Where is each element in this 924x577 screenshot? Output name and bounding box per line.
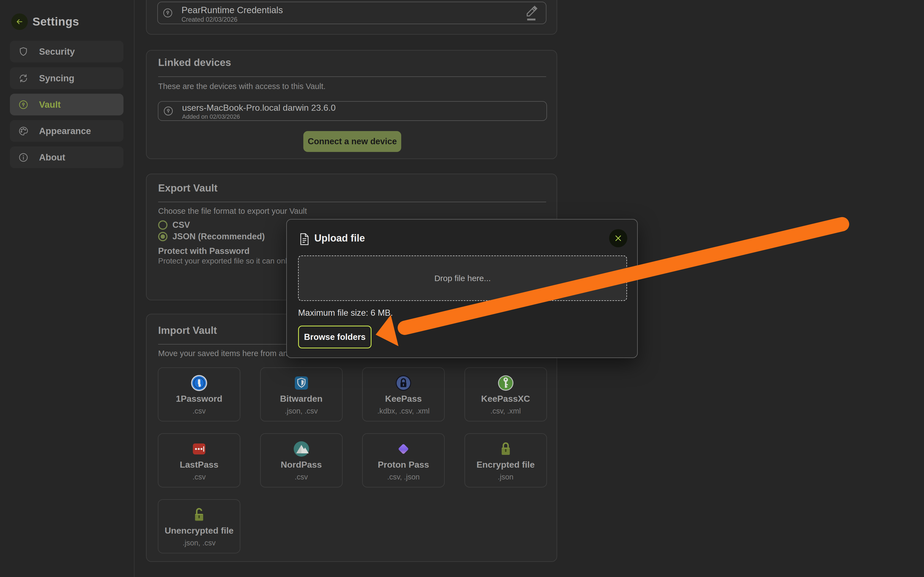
nordpass-icon (261, 440, 342, 458)
shield-icon (18, 47, 29, 57)
export-format-description: Choose the file format to export your Va… (158, 206, 307, 216)
import-tile-unencrypted-file[interactable]: Unencrypted file.json, .csv (158, 499, 240, 553)
tile-name: Proton Pass (363, 460, 444, 470)
protect-with-password-title: Protect with Password (158, 246, 249, 256)
vault-item-created: Created 02/03/2026 (181, 16, 237, 23)
file-icon (299, 233, 310, 246)
tile-formats: .json, .csv (158, 539, 240, 547)
palette-icon (18, 126, 29, 136)
connect-new-device-button[interactable]: Connect a new device (303, 131, 401, 152)
tile-name: LastPass (158, 460, 240, 470)
protonpass-icon (363, 440, 444, 458)
import-tile-bitwarden[interactable]: Bitwarden.json, .csv (260, 367, 342, 421)
key-icon (163, 105, 174, 116)
sidebar-item-appearance[interactable]: Appearance (10, 120, 123, 142)
file-dropzone[interactable]: Drop file here... (298, 256, 627, 301)
tile-formats: .kdbx, .csv, .xml (363, 407, 444, 416)
back-button[interactable] (11, 13, 28, 30)
sidebar-item-syncing[interactable]: Syncing (10, 67, 123, 89)
bitwarden-icon (261, 374, 342, 392)
lastpass-icon (158, 440, 240, 458)
vault-key-icon (18, 100, 29, 110)
sidebar-item-vault[interactable]: Vault (10, 94, 123, 115)
import-tile-proton-pass[interactable]: Proton Pass.csv, .json (362, 433, 445, 487)
settings-sidebar: Settings SecuritySyncingVaultAppearanceA… (0, 0, 134, 577)
keepass-icon (363, 374, 444, 392)
unlock-icon (158, 506, 240, 524)
info-icon (18, 152, 29, 163)
modal-title: Upload file (314, 232, 365, 244)
import-tile-keepassxc[interactable]: KeePassXC.csv, .xml (464, 367, 547, 421)
radio-selected-icon (158, 232, 168, 241)
tile-name: Bitwarden (261, 394, 342, 404)
device-row[interactable]: users-MacBook-Pro.local darwin 23.6.0 Ad… (158, 101, 547, 121)
max-file-size-note: Maximum file size: 6 MB. (298, 308, 393, 318)
import-vault-description: Move your saved items here from another (158, 349, 306, 358)
sidebar-item-security[interactable]: Security (10, 41, 123, 62)
device-added-date: Added on 02/03/2026 (182, 113, 240, 120)
tile-name: KeePass (363, 394, 444, 404)
device-name: users-MacBook-Pro.local darwin 23.6.0 (182, 103, 336, 113)
tile-formats: .csv, .xml (465, 407, 546, 416)
upload-file-modal: Upload file Drop file here... Maximum fi… (286, 219, 638, 358)
key-icon (162, 7, 173, 18)
onepassword-icon (158, 374, 240, 392)
export-vault-heading: Export Vault (158, 182, 218, 194)
radio-json-recommended-[interactable]: JSON (Recommended) (158, 231, 265, 242)
import-tile-lastpass[interactable]: LastPass.csv (158, 433, 240, 487)
page-title: Settings (32, 15, 79, 28)
vault-credentials-item[interactable]: PearRuntime Credentials Created 02/03/20… (157, 2, 546, 24)
divider (158, 201, 546, 202)
browse-folders-button[interactable]: Browse folders (298, 326, 372, 348)
sidebar-item-about[interactable]: About (10, 147, 123, 168)
tile-formats: .csv (158, 473, 240, 481)
vault-item-title: PearRuntime Credentials (181, 5, 283, 15)
edit-icon[interactable] (524, 5, 539, 22)
radio-csv[interactable]: CSV (158, 219, 265, 231)
import-tile-nordpass[interactable]: NordPass.csv (260, 433, 342, 487)
linked-devices-description: These are the devices with access to thi… (158, 82, 326, 91)
radio-label: JSON (Recommended) (173, 232, 265, 242)
import-vault-heading: Import Vault (158, 325, 217, 336)
tile-formats: .csv, .json (363, 473, 444, 481)
close-icon (614, 234, 622, 242)
back-arrow-icon (15, 18, 24, 26)
dropzone-label: Drop file here... (434, 274, 491, 283)
import-tile-1password[interactable]: 1Password.csv (158, 367, 240, 421)
close-button[interactable] (609, 229, 627, 247)
linked-devices-card: Linked devices These are the devices wit… (146, 50, 557, 159)
import-tile-encrypted-file[interactable]: Encrypted file.json (464, 433, 547, 487)
radio-unselected-icon (158, 220, 168, 230)
divider (158, 76, 546, 77)
sidebar-item-label: Appearance (39, 126, 91, 136)
tile-name: NordPass (261, 460, 342, 470)
tile-name: 1Password (158, 394, 240, 404)
export-format-options: CSVJSON (Recommended) (158, 219, 265, 242)
tile-name: Encrypted file (465, 460, 546, 470)
tile-name: Unencrypted file (158, 525, 240, 536)
tile-name: KeePassXC (465, 394, 546, 404)
linked-devices-heading: Linked devices (158, 57, 231, 68)
tile-formats: .csv (261, 473, 342, 481)
sidebar-item-label: Security (39, 47, 75, 57)
sync-icon (18, 73, 29, 84)
keepassxc-icon (465, 374, 546, 392)
import-tile-keepass[interactable]: KeePass.kdbx, .csv, .xml (362, 367, 445, 421)
tile-formats: .json, .csv (261, 407, 342, 416)
lock-icon (465, 440, 546, 458)
tile-formats: .json (465, 473, 546, 481)
tile-formats: .csv (158, 407, 240, 416)
sidebar-item-label: Vault (39, 100, 61, 110)
sidebar-item-label: About (39, 152, 65, 163)
sidebar-item-label: Syncing (39, 73, 74, 84)
radio-label: CSV (173, 220, 190, 230)
protect-with-password-description: Protect your exported file so it can onl… (158, 256, 301, 266)
